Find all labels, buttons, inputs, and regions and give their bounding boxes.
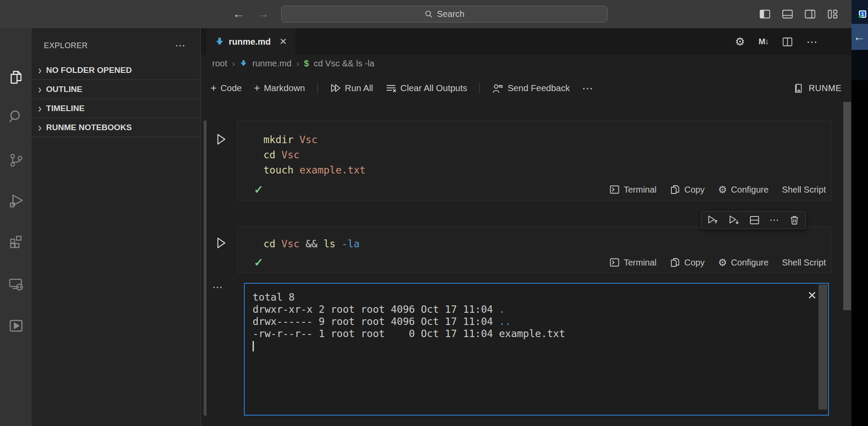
- split-cell-icon[interactable]: [749, 215, 760, 226]
- cell-code-editor[interactable]: cd Vsc && ls -la: [237, 227, 831, 252]
- cell-more-actions-icon[interactable]: ⋯: [769, 214, 780, 226]
- tab-label: runme.md: [229, 37, 271, 47]
- markdown-preview-icon[interactable]: M↓: [759, 37, 769, 46]
- remote-explorer-icon[interactable]: [0, 272, 32, 296]
- plus-icon: +: [210, 82, 217, 94]
- runme-brand: RUNME: [793, 83, 842, 94]
- source-control-icon[interactable]: [0, 148, 32, 172]
- run-cells-below-icon[interactable]: [728, 214, 740, 226]
- gear-icon: ⚙: [718, 257, 727, 269]
- terminal-button[interactable]: Terminal: [609, 257, 657, 268]
- tab-runme-md[interactable]: runme.md ✕: [206, 28, 296, 55]
- toggle-secondary-sidebar-icon[interactable]: [804, 8, 816, 20]
- notebook-cells: mkdir Vsccd Vsctouch example.txt ✓ Termi…: [201, 104, 852, 426]
- code-cell: cd Vsc && ls -la ✓ Terminal: [237, 227, 832, 273]
- chevron-right-icon: ›: [38, 120, 41, 134]
- run-cell-button[interactable]: [214, 236, 227, 249]
- terminal-button[interactable]: Terminal: [609, 184, 657, 195]
- explorer-icon[interactable]: [0, 65, 32, 89]
- send-feedback-button[interactable]: Send Feedback: [492, 82, 570, 94]
- runme-file-icon: [215, 37, 224, 46]
- language-picker-shell-script[interactable]: Shell Script: [782, 258, 826, 268]
- add-code-cell-button[interactable]: + Code: [210, 82, 242, 94]
- success-check-icon: ✓: [254, 183, 263, 197]
- run-debug-icon[interactable]: [0, 189, 32, 213]
- titlebar: ← → Search: [0, 0, 852, 28]
- success-check-icon: ✓: [254, 256, 263, 269]
- background-window-toolbar: ←: [852, 24, 868, 50]
- terminal-cursor: [253, 341, 254, 351]
- search-sidebar-icon[interactable]: [0, 105, 32, 129]
- sidebar-item-outline[interactable]: › OUTLINE: [32, 80, 200, 99]
- search-icon: [424, 10, 433, 19]
- configure-button[interactable]: ⚙ Configure: [718, 257, 769, 269]
- output-text: total 8drwxr-xr-x 2 root root 4096 Oct 1…: [245, 284, 828, 340]
- toggle-panel-icon[interactable]: [782, 8, 793, 20]
- cell-hover-toolbar: ⋯: [701, 211, 806, 229]
- delete-cell-icon[interactable]: [789, 215, 800, 226]
- editor-scrollbar[interactable]: [843, 102, 851, 310]
- editor-more-actions-icon[interactable]: ⋯: [806, 36, 818, 48]
- chevron-right-icon: ›: [38, 82, 41, 96]
- sidebar-item-no-folder-opened[interactable]: › NO FOLDER OPENED: [32, 61, 200, 80]
- notebook-toolbar: + Code + Markdown Run All: [201, 77, 852, 99]
- plus-icon: +: [254, 82, 260, 94]
- command-center-search[interactable]: Search: [281, 6, 608, 23]
- runme-brand-icon: [793, 83, 804, 94]
- back-arrow-icon[interactable]: ←: [853, 30, 865, 44]
- sidebar-explorer: EXPLORER ⋯ › NO FOLDER OPENED › OUTLINE …: [32, 28, 201, 426]
- sidebar-item-runme-notebooks[interactable]: › RUNME NOTEBOOKS: [32, 118, 200, 137]
- toolbar-divider: [479, 82, 480, 94]
- history-forward-icon[interactable]: →: [257, 7, 269, 21]
- sidebar-item-timeline[interactable]: › TIMELINE: [32, 99, 200, 118]
- background-window-strip[interactable]: 1 ←: [852, 0, 868, 426]
- run-all-button[interactable]: Run All: [330, 82, 373, 94]
- runme-brand-label: RUNME: [809, 83, 842, 93]
- breadcrumb-command[interactable]: cd Vsc && ls -la: [314, 59, 375, 69]
- tab-close-icon[interactable]: ✕: [279, 36, 287, 47]
- split-editor-icon[interactable]: [782, 36, 793, 47]
- section-label: TIMELINE: [46, 104, 85, 113]
- cell-code-editor[interactable]: mkdir Vsccd Vsctouch example.txt: [237, 121, 831, 178]
- chevron-right-icon: ›: [38, 101, 41, 115]
- breadcrumb-root[interactable]: root: [212, 59, 227, 69]
- notebook-settings-gear-icon[interactable]: ⚙: [735, 35, 745, 49]
- output-more-actions-icon[interactable]: ⋯: [212, 281, 224, 293]
- copy-icon: [670, 257, 681, 268]
- extensions-icon[interactable]: [0, 229, 32, 254]
- background-window-titlebar: 1: [852, 0, 868, 24]
- chevron-right-icon: ›: [38, 63, 41, 77]
- copy-button[interactable]: Copy: [670, 257, 705, 268]
- cell-output-terminal[interactable]: total 8drwxr-xr-x 2 root root 4096 Oct 1…: [244, 283, 829, 416]
- sidebar-title: EXPLORER: [44, 41, 88, 50]
- breadcrumb-separator: ›: [232, 58, 235, 69]
- terminal-icon: [609, 257, 620, 268]
- configure-button[interactable]: ⚙ Configure: [718, 184, 769, 196]
- sidebar-more-actions[interactable]: ⋯: [175, 37, 186, 54]
- add-markdown-cell-button[interactable]: + Markdown: [254, 82, 305, 94]
- customize-layout-icon[interactable]: [827, 8, 838, 20]
- section-label: OUTLINE: [46, 85, 82, 94]
- editor-area: runme.md ✕ ⚙ M↓ ⋯ root › runme.md ›: [201, 28, 852, 426]
- search-label: Search: [437, 9, 464, 19]
- activity-bar: [0, 28, 32, 426]
- breadcrumb: root › runme.md › $ cd Vsc && ls -la: [201, 55, 852, 72]
- runme-notebooks-icon[interactable]: [0, 314, 32, 338]
- run-cells-above-icon[interactable]: [707, 214, 719, 226]
- copy-icon: [670, 184, 681, 195]
- breadcrumb-separator: ›: [296, 58, 299, 69]
- clear-all-outputs-button[interactable]: Clear All Outputs: [385, 82, 467, 94]
- gear-icon: ⚙: [718, 184, 727, 196]
- history-back-icon[interactable]: ←: [233, 7, 244, 21]
- breadcrumb-file[interactable]: runme.md: [252, 59, 291, 69]
- copy-button[interactable]: Copy: [670, 184, 705, 195]
- toolbar-divider: [317, 82, 318, 94]
- tab-strip: runme.md ✕ ⚙ M↓ ⋯: [201, 28, 852, 55]
- run-cell-button[interactable]: [214, 133, 227, 146]
- code-cell: mkdir Vsccd Vsctouch example.txt ✓ Termi…: [237, 121, 832, 200]
- output-scrollbar[interactable]: [819, 285, 827, 410]
- toggle-sidebar-icon[interactable]: [759, 8, 771, 20]
- language-picker-shell-script[interactable]: Shell Script: [782, 185, 826, 195]
- toolbar-more-actions-icon[interactable]: ⋯: [582, 82, 594, 95]
- close-output-icon[interactable]: ✕: [807, 289, 817, 302]
